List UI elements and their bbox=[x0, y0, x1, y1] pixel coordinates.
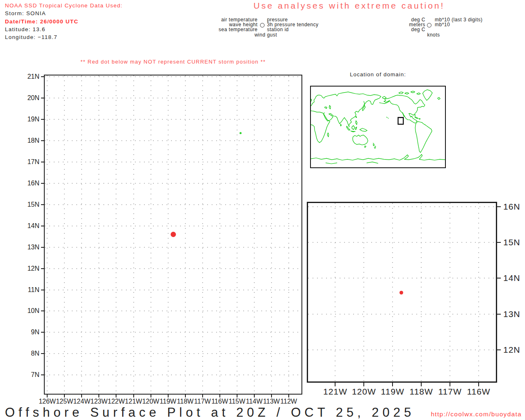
coastline-north-america-west bbox=[382, 96, 415, 123]
gridline-horizontal bbox=[45, 204, 301, 205]
coastline-iceland bbox=[438, 97, 440, 99]
y-tick-mark bbox=[41, 183, 44, 184]
x-tick-mark bbox=[478, 382, 479, 386]
storm-datetime: Date/Time: 26/0000 UTC bbox=[5, 18, 123, 25]
page-title: Offshore Surface Plot at 20Z / OCT 25, 2… bbox=[5, 405, 415, 420]
coastline-britain bbox=[311, 99, 312, 101]
gridline-vertical bbox=[288, 75, 289, 394]
y-tick-mark bbox=[41, 268, 44, 269]
caution-banner: Use analyses with extreme caution! bbox=[253, 1, 445, 11]
legend-station-id: station id bbox=[267, 27, 289, 32]
y-tick-mark bbox=[41, 332, 44, 333]
gridline-vertical bbox=[151, 75, 151, 394]
y-tick-mark bbox=[41, 353, 44, 354]
storm-info-block: NOAA SSD Tropical Cyclone Data Used: Sto… bbox=[5, 2, 123, 41]
gridline-horizontal bbox=[45, 353, 301, 354]
x-tick-label: 117W bbox=[434, 387, 466, 397]
y-tick-label: 13N bbox=[503, 309, 520, 319]
gridline-horizontal bbox=[308, 314, 496, 315]
y-tick-mark bbox=[41, 204, 44, 205]
gridline-horizontal bbox=[45, 162, 301, 162]
world-map-inset bbox=[310, 86, 446, 168]
x-tick-label: 119W bbox=[376, 387, 409, 397]
storm-position-dot bbox=[399, 291, 403, 294]
x-tick-mark bbox=[133, 395, 134, 397]
buoydata-link[interactable]: http://coolwx.com/buoydata bbox=[431, 411, 522, 418]
gridline-vertical bbox=[133, 75, 134, 394]
offshore-surface-plot-page: NOAA SSD Tropical Cyclone Data Used: Sto… bbox=[0, 0, 525, 420]
y-tick-mark bbox=[41, 226, 44, 226]
gridline-horizontal bbox=[45, 183, 301, 184]
gridline-horizontal bbox=[45, 226, 301, 226]
gridline-vertical bbox=[450, 203, 450, 381]
y-tick-mark bbox=[41, 98, 44, 98]
coastline-tasmania bbox=[365, 146, 366, 147]
coastline-eurasia bbox=[311, 92, 381, 127]
x-tick-label: 116W bbox=[462, 387, 495, 397]
x-tick-mark bbox=[168, 395, 169, 397]
x-tick-mark bbox=[202, 395, 203, 397]
x-tick-mark bbox=[185, 395, 186, 397]
y-tick-mark bbox=[41, 290, 44, 290]
gridline-vertical bbox=[421, 203, 422, 381]
antarctica-shelf-lines bbox=[326, 162, 378, 164]
y-tick-label: 17N bbox=[9, 158, 39, 166]
y-tick-label: 14N bbox=[503, 273, 520, 283]
station-circle-icon bbox=[427, 23, 431, 27]
x-tick-mark bbox=[392, 382, 393, 386]
x-tick-label: 118W bbox=[405, 387, 438, 397]
gridline-vertical bbox=[478, 203, 479, 381]
gridline-horizontal bbox=[45, 247, 301, 248]
gridline-vertical bbox=[47, 75, 48, 394]
info-title: NOAA SSD Tropical Cyclone Data Used: bbox=[5, 2, 123, 9]
y-tick-mark bbox=[41, 310, 44, 311]
coastline-japan bbox=[362, 105, 365, 111]
y-tick-label: 11N bbox=[9, 286, 39, 294]
y-tick-label: 18N bbox=[9, 137, 39, 144]
legend-unit-pressure-tendency: mb*10 bbox=[435, 22, 450, 27]
gridline-vertical bbox=[392, 203, 393, 381]
y-tick-label: 19N bbox=[9, 116, 39, 123]
hawaii-specks bbox=[386, 117, 388, 118]
station-model-legend-labels: air temperature pressure wave height 3h … bbox=[205, 17, 328, 39]
y-tick-label: 10N bbox=[9, 307, 39, 315]
coastline-caribbean bbox=[415, 116, 420, 119]
gridline-vertical bbox=[202, 75, 203, 394]
gridline-vertical bbox=[168, 75, 169, 394]
x-tick-mark bbox=[271, 395, 272, 397]
arctic-islands bbox=[399, 91, 420, 95]
y-tick-label: 15N bbox=[503, 237, 520, 247]
y-tick-label: 7N bbox=[9, 371, 39, 379]
y-tick-mark bbox=[41, 140, 44, 141]
gridline-vertical bbox=[81, 75, 82, 394]
gridline-vertical bbox=[335, 203, 336, 381]
coastline-new-zealand bbox=[373, 143, 376, 148]
x-tick-mark bbox=[335, 382, 336, 386]
legend-unit-sea-temperature: deg C bbox=[394, 27, 425, 32]
coastline-new-guinea bbox=[360, 128, 367, 132]
black-sea bbox=[325, 107, 327, 108]
x-tick-label: 112W bbox=[272, 398, 305, 405]
gridline-vertical bbox=[185, 75, 186, 394]
gridline-horizontal bbox=[45, 119, 301, 120]
y-tick-label: 20N bbox=[9, 94, 39, 102]
y-tick-mark bbox=[41, 162, 44, 162]
gridline-horizontal bbox=[45, 140, 301, 141]
gridline-horizontal bbox=[45, 76, 301, 77]
y-tick-mark bbox=[41, 374, 44, 375]
storm-position-dot bbox=[171, 232, 176, 237]
gridline-horizontal bbox=[308, 349, 496, 350]
gridline-horizontal bbox=[308, 206, 496, 207]
y-tick-label: 15N bbox=[9, 201, 39, 208]
x-tick-mark bbox=[219, 395, 220, 397]
gridline-vertical bbox=[254, 75, 255, 394]
legend-wind-gust: wind gust bbox=[251, 32, 281, 37]
y-tick-mark bbox=[497, 206, 501, 207]
gridline-horizontal bbox=[45, 290, 301, 290]
y-tick-mark bbox=[497, 278, 501, 278]
storm-latitude: Latitude: 13.6 bbox=[5, 25, 123, 33]
gridline-horizontal bbox=[45, 374, 301, 375]
x-tick-mark bbox=[47, 395, 48, 397]
y-tick-label: 16N bbox=[9, 180, 39, 187]
x-tick-mark bbox=[98, 395, 99, 397]
